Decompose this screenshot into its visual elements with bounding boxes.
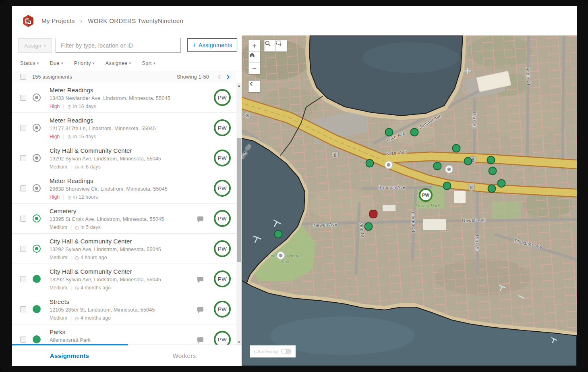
- map-search-button[interactable]: [264, 40, 276, 52]
- filter-dropdown-due[interactable]: Due▾: [50, 60, 63, 66]
- meta-separator: |: [70, 254, 72, 261]
- filter-dropdown-label: Status: [20, 60, 35, 66]
- assignment-meta: Medium|◷4 months ago: [50, 285, 197, 291]
- status-assigned-icon: [33, 184, 41, 192]
- assignment-address: 12105 285th St, Lindstrom, Minnesota, 55…: [50, 306, 197, 314]
- worker-badge: PW: [214, 331, 231, 345]
- home-icon: [249, 52, 255, 58]
- assignment-row[interactable]: City Hall & Community Center13292 Sylvan…: [12, 143, 236, 173]
- scrollbar-thumb[interactable]: [237, 138, 241, 262]
- filter-dropdown-sort[interactable]: Sort▾: [142, 60, 155, 66]
- clock-icon: ◷: [68, 194, 72, 201]
- assignment-marker-green[interactable]: [489, 167, 497, 175]
- zoom-in-button[interactable]: +: [248, 40, 260, 52]
- collapse-panel-button[interactable]: [248, 81, 260, 92]
- assignment-marker-green[interactable]: [487, 156, 495, 164]
- select-all-checkbox[interactable]: [20, 74, 26, 80]
- scroll-down-arrow[interactable]: ▼: [236, 339, 242, 345]
- assignment-marker-green[interactable]: [488, 185, 496, 193]
- map-view[interactable]: Lake AveSummit AveN 1st AveBronson AvePa…: [242, 35, 577, 366]
- status-dot: [35, 96, 38, 99]
- assignment-address: 13292 Sylvan Ave, Lindstrom, Minnesota, …: [50, 276, 197, 283]
- filter-dropdown-status[interactable]: Status▾: [20, 60, 39, 66]
- status-dot: [35, 247, 38, 250]
- select-tool-button[interactable]: [275, 40, 287, 52]
- assignment-marker-white[interactable]: [445, 165, 453, 174]
- assignment-title: City Hall & Community Center: [50, 268, 197, 276]
- breadcrumb-root[interactable]: My Projects: [41, 17, 75, 24]
- filter-input[interactable]: [56, 38, 181, 53]
- assignment-marker-white[interactable]: [277, 251, 285, 260]
- add-assignments-label: Assignments: [199, 42, 232, 48]
- filter-dropdown-assignee[interactable]: Assignee▾: [106, 60, 131, 66]
- assignment-marker-red[interactable]: [369, 210, 378, 218]
- assignment-row[interactable]: Meter Readings12177 317th Ln, Lindstrom,…: [12, 113, 236, 143]
- assignment-marker-green[interactable]: [410, 128, 419, 137]
- row-checkbox[interactable]: [20, 95, 26, 101]
- assignment-marker-green[interactable]: [366, 159, 374, 168]
- assignment-marker-green[interactable]: [497, 179, 506, 188]
- row-checkbox[interactable]: [20, 246, 26, 252]
- assign-button[interactable]: Assign ▾: [18, 38, 52, 53]
- status-completed-icon: [33, 335, 41, 343]
- worker-location-marker[interactable]: PW: [419, 188, 433, 202]
- assignment-row[interactable]: ParksAllemensratt ParkMedium|◷4 months a…: [12, 324, 236, 345]
- assignment-address: 13292 Sylvan Ave, Lindstrom, Minnesota, …: [50, 246, 214, 253]
- assignment-row[interactable]: Cemetery13395 St Croix Ave, Lindstrom, M…: [12, 204, 236, 234]
- scroll-up-arrow[interactable]: ▲: [236, 83, 242, 88]
- status-dot: [35, 187, 38, 190]
- assignment-marker-green[interactable]: [385, 128, 393, 137]
- row-checkbox[interactable]: [20, 155, 26, 161]
- assignment-marker-green[interactable]: [452, 144, 461, 153]
- assignment-info: Meter Readings13433 Newlander Ave, Linds…: [50, 85, 214, 110]
- assignment-row[interactable]: Meter Readings29638 Shoreview Cir, Linds…: [12, 173, 236, 204]
- assignment-marker-green[interactable]: [274, 230, 283, 239]
- worker-badge: PW: [214, 150, 231, 166]
- assignment-marker-white[interactable]: [385, 161, 393, 169]
- row-checkbox[interactable]: [20, 276, 26, 282]
- assignment-row[interactable]: City Hall & Community Center13292 Sylvan…: [12, 234, 236, 264]
- chevron-down-icon: ▾: [153, 61, 155, 65]
- assignment-title: Meter Readings: [50, 86, 214, 94]
- assignment-marker-green[interactable]: [464, 157, 472, 166]
- workforce-app-window: My Projects › WORK ORDERS TwentyNineteen…: [12, 6, 577, 366]
- row-checkbox[interactable]: [20, 125, 26, 131]
- status-assigned-icon: [33, 154, 41, 162]
- row-checkbox[interactable]: [20, 185, 26, 191]
- add-assignments-button[interactable]: + Assignments: [187, 38, 237, 52]
- row-checkbox[interactable]: [20, 306, 26, 312]
- assignment-meta: Medium|◷in 6 days: [50, 164, 214, 170]
- meta-separator: |: [63, 103, 64, 110]
- marker-dot: [387, 163, 391, 167]
- row-checkbox[interactable]: [20, 216, 26, 222]
- list-scrollbar[interactable]: ▲ ▼: [236, 83, 242, 345]
- assignment-meta: Medium|◷4 months ago: [50, 315, 197, 322]
- assignment-meta: Medium|◷4 hours ago: [50, 254, 214, 261]
- clustering-toggle[interactable]: [281, 349, 292, 354]
- tab-workers[interactable]: Workers: [127, 345, 242, 366]
- filter-dropdown-priority[interactable]: Priority▾: [74, 60, 95, 66]
- park-label: Lindstrom Beach: [268, 253, 302, 258]
- assignment-marker-green[interactable]: [433, 162, 442, 170]
- assignment-title: Meter Readings: [50, 177, 214, 185]
- assignment-row[interactable]: Meter Readings13433 Newlander Ave, Linds…: [12, 83, 236, 113]
- status-assigned-icon: [33, 94, 41, 102]
- assignment-row[interactable]: City Hall & Community Center13292 Sylvan…: [12, 264, 236, 294]
- clock-icon: ◷: [75, 285, 79, 291]
- search-icon: [265, 40, 271, 47]
- assignment-meta: Medium|◷in 5 days: [50, 224, 197, 231]
- prev-page-button[interactable]: [215, 73, 224, 81]
- assignment-row[interactable]: Streets12105 285th St, Lindstrom, Minnes…: [12, 294, 236, 324]
- minus-icon: −: [252, 64, 257, 73]
- priority-label: Medium: [50, 254, 67, 261]
- list-header: 155 assignments Showing 1-50: [12, 71, 236, 83]
- zoom-out-button[interactable]: −: [248, 62, 260, 74]
- row-checkbox[interactable]: [20, 337, 26, 343]
- clock-icon: ◷: [75, 164, 79, 170]
- next-page-button[interactable]: [224, 73, 232, 81]
- home-button[interactable]: [248, 51, 260, 63]
- assignment-marker-green[interactable]: [364, 222, 373, 231]
- tab-assignments[interactable]: Assignments: [12, 345, 127, 366]
- due-label: in 16 days: [73, 103, 96, 110]
- assignment-marker-green[interactable]: [443, 182, 451, 190]
